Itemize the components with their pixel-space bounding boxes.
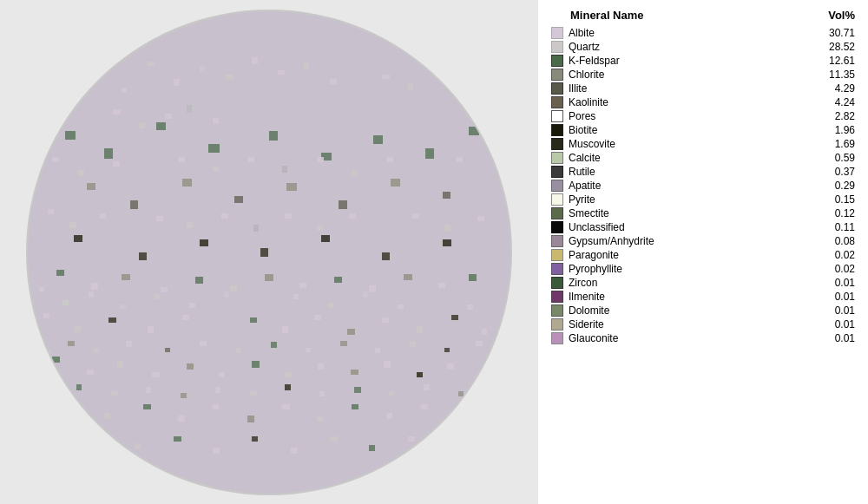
legend-vol-value: 0.01 (812, 332, 855, 344)
svg-rect-3 (52, 62, 57, 69)
legend-mineral-name: Rutile (569, 166, 812, 178)
legend-swatch (551, 138, 563, 150)
legend-vol-value: 0.01 (812, 318, 855, 331)
legend-item: Kaolinite4.24 (551, 96, 855, 108)
legend-header: Mineral Name Vol% (551, 9, 855, 22)
legend-swatch (551, 249, 563, 261)
legend-vol-value: 0.02 (812, 249, 855, 261)
legend-mineral-name: Siderite (569, 318, 812, 331)
legend-swatch (551, 124, 563, 136)
legend-swatch (551, 96, 563, 108)
legend-swatch (551, 166, 563, 178)
legend-mineral-name: Chlorite (569, 69, 812, 81)
legend-vol-value: 11.35 (812, 69, 855, 81)
legend-vol-value: 0.01 (812, 277, 855, 289)
svg-rect-4 (74, 96, 80, 101)
svg-rect-2 (35, 79, 42, 84)
legend-vol-value: 28.52 (812, 41, 855, 53)
svg-rect-19 (460, 88, 466, 94)
mineral-texture-svg (26, 10, 512, 495)
legend-swatch (551, 41, 563, 53)
svg-rect-20 (482, 114, 487, 118)
legend-item: Illite4.29 (551, 82, 855, 95)
legend-panel: Mineral Name Vol% Albite30.71Quartz28.52… (538, 0, 868, 504)
legend-item: Unclassified0.11 (551, 221, 855, 233)
legend-vol-value: 0.01 (812, 291, 855, 303)
mineral-circle (26, 10, 512, 495)
svg-point-182 (28, 11, 510, 494)
legend-vol-value: 0.11 (812, 221, 855, 233)
legend-swatch (551, 332, 563, 344)
legend-item: Gypsum/Anhydrite0.08 (551, 235, 855, 247)
svg-rect-31 (61, 105, 68, 111)
legend-mineral-name: Pores (569, 110, 812, 122)
legend-item: Muscovite1.69 (551, 138, 855, 150)
legend-vol-value: 1.69 (812, 138, 855, 150)
legend-vol-value: 12.61 (812, 55, 855, 67)
legend-swatch (551, 69, 563, 81)
legend-vol-value: 0.01 (812, 304, 855, 317)
legend-item: Pores2.82 (551, 110, 855, 122)
legend-mineral-name: Pyrophyllite (569, 263, 812, 275)
legend-item: Apatite0.29 (551, 180, 855, 192)
legend-swatch (551, 207, 563, 219)
legend-item: Zircon0.01 (551, 277, 855, 289)
legend-vol-value: 2.82 (812, 110, 855, 122)
legend-vol-value: 4.29 (812, 82, 855, 95)
legend-swatch (551, 27, 563, 39)
legend-swatch (551, 263, 563, 275)
legend-item: Chlorite11.35 (551, 69, 855, 81)
legend-item: Ilmenite0.01 (551, 291, 855, 303)
legend-swatch (551, 82, 563, 95)
legend-items-container: Albite30.71Quartz28.52K-Feldspar12.61Chl… (551, 27, 855, 344)
legend-mineral-name: Biotite (569, 124, 812, 136)
legend-mineral-name: K-Feldspar (569, 55, 812, 67)
legend-mineral-name: Pyrite (569, 193, 812, 206)
legend-vol-value: 0.59 (812, 152, 855, 164)
legend-item: Paragonite0.02 (551, 249, 855, 261)
legend-vol-value: 0.29 (812, 180, 855, 192)
legend-mineral-name: Glauconite (569, 332, 812, 344)
legend-vol-value: 0.15 (812, 193, 855, 206)
legend-vol-value: 0.08 (812, 235, 855, 247)
legend-mineral-name: Albite (569, 27, 812, 39)
svg-rect-30 (43, 114, 49, 119)
legend-item: Biotite1.96 (551, 124, 855, 136)
legend-swatch (551, 193, 563, 206)
legend-vol-value: 0.12 (812, 207, 855, 219)
legend-item: Dolomite0.01 (551, 304, 855, 317)
legend-swatch (551, 291, 563, 303)
legend-item: Glauconite0.01 (551, 332, 855, 344)
legend-swatch (551, 152, 563, 164)
legend-mineral-name: Smectite (569, 207, 812, 219)
legend-swatch (551, 110, 563, 122)
svg-rect-121 (69, 400, 76, 405)
legend-item: Quartz28.52 (551, 41, 855, 53)
legend-swatch (551, 235, 563, 247)
legend-vol-value: 0.37 (812, 166, 855, 178)
legend-mineral-name: Unclassified (569, 221, 812, 233)
legend-vol-value: 4.24 (812, 96, 855, 108)
legend-swatch (551, 180, 563, 192)
legend-item: Pyrophyllite0.02 (551, 263, 855, 275)
mineral-image-panel (0, 0, 538, 504)
svg-rect-5 (95, 70, 103, 76)
legend-swatch (551, 318, 563, 331)
legend-item: Rutile0.37 (551, 166, 855, 178)
legend-swatch (551, 277, 563, 289)
legend-col-name: Mineral Name (551, 9, 803, 22)
legend-mineral-name: Paragonite (569, 249, 812, 261)
legend-swatch (551, 55, 563, 67)
legend-mineral-name: Dolomite (569, 304, 812, 317)
svg-rect-169 (42, 391, 48, 396)
legend-item: Siderite0.01 (551, 318, 855, 331)
legend-item: Pyrite0.15 (551, 193, 855, 206)
legend-swatch (551, 221, 563, 233)
legend-item: Smectite0.12 (551, 207, 855, 219)
legend-vol-value: 0.02 (812, 263, 855, 275)
legend-mineral-name: Muscovite (569, 138, 812, 150)
svg-rect-18 (434, 70, 441, 75)
legend-swatch (551, 304, 563, 317)
legend-item: K-Feldspar12.61 (551, 55, 855, 67)
legend-mineral-name: Kaolinite (569, 96, 812, 108)
